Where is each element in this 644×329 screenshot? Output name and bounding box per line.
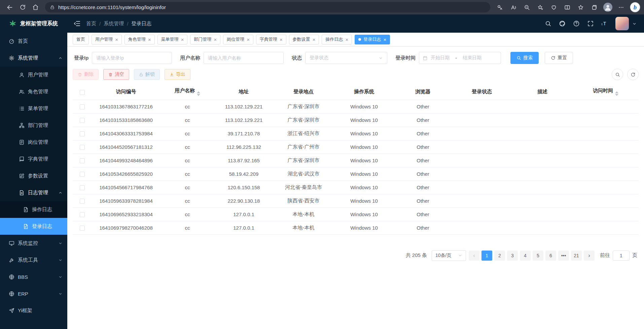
- tab-参数设置[interactable]: 参数设置×: [289, 35, 319, 44]
- row-checkbox[interactable]: [80, 158, 85, 163]
- row-checkbox[interactable]: [80, 104, 85, 109]
- end-date-placeholder[interactable]: 结束日期: [463, 55, 481, 61]
- close-tab-icon[interactable]: ×: [280, 37, 283, 42]
- password-key-icon[interactable]: [494, 2, 506, 13]
- menu-fold-icon[interactable]: [73, 20, 81, 27]
- sidebar-item-yi-framework[interactable]: Yi框架: [0, 302, 67, 319]
- table-row[interactable]: 1641053426655825920cc58.19.42.209湖北省-武汉市…: [73, 167, 639, 180]
- close-tab-icon[interactable]: ×: [313, 37, 316, 42]
- sidebar-item-dept-management[interactable]: 部门管理: [0, 117, 67, 134]
- home-icon[interactable]: [30, 2, 41, 13]
- close-tab-icon[interactable]: ×: [345, 37, 348, 42]
- tab-菜单管理[interactable]: 菜单管理×: [157, 35, 188, 44]
- favorites-bar-icon[interactable]: [575, 2, 586, 13]
- pager-page-6[interactable]: 6: [545, 251, 556, 261]
- favorites-add-icon[interactable]: [535, 2, 546, 13]
- goto-page-input[interactable]: [613, 251, 630, 261]
- sidebar-item-bbs[interactable]: BBS: [0, 268, 67, 285]
- browser-menu-icon[interactable]: [615, 2, 627, 13]
- username-input[interactable]: [204, 52, 284, 64]
- refresh-icon[interactable]: [17, 2, 28, 13]
- row-checkbox[interactable]: [80, 212, 85, 217]
- sidebar-item-system-monitor[interactable]: 系统监控: [0, 235, 67, 252]
- sort-carets-icon[interactable]: [197, 91, 200, 96]
- sidebar-item-home[interactable]: 首页: [0, 33, 67, 50]
- table-row[interactable]: 1641031533185863680cc113.102.129.221广东省-…: [73, 113, 639, 127]
- tab-操作日志[interactable]: 操作日志×: [322, 35, 352, 44]
- pager-more-button[interactable]: •••: [558, 251, 569, 261]
- close-tab-icon[interactable]: ×: [148, 37, 151, 42]
- split-screen-icon[interactable]: [562, 2, 573, 13]
- pager-page-5[interactable]: 5: [533, 251, 543, 261]
- row-checkbox[interactable]: [80, 131, 85, 136]
- delete-button[interactable]: 删除: [73, 69, 99, 80]
- start-date-placeholder[interactable]: 开始日期: [431, 55, 450, 61]
- pager-prev-button[interactable]: ‹: [469, 251, 479, 261]
- chevron-down-icon[interactable]: [632, 22, 637, 26]
- read-aloud-icon[interactable]: [508, 2, 519, 13]
- sort-carets-icon[interactable]: [615, 91, 618, 96]
- row-checkbox[interactable]: [80, 172, 85, 177]
- close-tab-icon[interactable]: ×: [181, 37, 184, 42]
- pager-page-3[interactable]: 3: [507, 251, 518, 261]
- row-checkbox[interactable]: [80, 226, 85, 231]
- sidebar-item-menu-management[interactable]: 菜单管理: [0, 100, 67, 117]
- toggle-search-button[interactable]: [612, 69, 623, 80]
- tab-首页[interactable]: 首页: [73, 35, 89, 44]
- close-tab-icon[interactable]: ×: [115, 37, 118, 42]
- row-checkbox[interactable]: [80, 199, 85, 204]
- search-icon[interactable]: [545, 20, 551, 27]
- table-row[interactable]: 1641059633978281984cc222.90.130.18陕西省-西安…: [73, 194, 639, 207]
- tab-部门管理[interactable]: 部门管理×: [190, 35, 220, 44]
- sidebar-item-dict-management[interactable]: 字典管理: [0, 151, 67, 167]
- search-button[interactable]: 搜索: [510, 52, 539, 64]
- select-all-checkbox[interactable]: [80, 90, 85, 95]
- tab-角色管理[interactable]: 角色管理×: [124, 35, 155, 44]
- browser-profile-avatar[interactable]: [602, 2, 613, 13]
- row-checkbox[interactable]: [80, 118, 85, 123]
- table-row[interactable]: 1641054566717984768cc120.6.150.158河北省-秦皇…: [73, 180, 639, 194]
- sidebar-item-role-management[interactable]: 角色管理: [0, 83, 67, 100]
- login-ip-input[interactable]: [92, 52, 172, 64]
- reset-button[interactable]: 重置: [545, 52, 573, 64]
- table-row[interactable]: 1641069798270046208cc127.0.0.1本地-本机Windo…: [73, 221, 639, 234]
- tab-用户管理[interactable]: 用户管理×: [92, 35, 122, 44]
- sidebar-item-erp[interactable]: ERP: [0, 285, 67, 302]
- zoom-icon[interactable]: [521, 2, 533, 13]
- close-tab-icon[interactable]: ×: [383, 37, 386, 42]
- page-size-select[interactable]: 10条/页: [432, 250, 466, 261]
- url-text[interactable]: https://ccnetcore.com:1101/system/log/lo…: [58, 4, 166, 10]
- pager-page-4[interactable]: 4: [520, 251, 531, 261]
- clear-button[interactable]: 清空: [103, 69, 129, 80]
- user-avatar[interactable]: [615, 17, 629, 30]
- fullscreen-icon[interactable]: [587, 20, 594, 27]
- breadcrumb-item[interactable]: 系统管理: [104, 21, 124, 27]
- tab-岗位管理[interactable]: 岗位管理×: [223, 35, 253, 44]
- breadcrumb-item[interactable]: 首页: [86, 21, 96, 27]
- unlock-button[interactable]: 解锁: [134, 69, 160, 80]
- pager-page-1[interactable]: 1: [481, 251, 492, 261]
- tab-字典管理[interactable]: 字典管理×: [256, 35, 286, 44]
- table-row[interactable]: 1641044993248464896cc113.87.92.165广东省-深圳…: [73, 154, 639, 167]
- export-button[interactable]: 导出: [165, 69, 190, 80]
- status-select[interactable]: 登录状态: [305, 52, 387, 64]
- pager-page-21[interactable]: 21: [571, 251, 582, 261]
- back-icon[interactable]: [4, 2, 15, 13]
- sidebar-item-operation-log[interactable]: 操作日志: [0, 201, 67, 218]
- close-tab-icon[interactable]: ×: [247, 37, 250, 42]
- pager-next-button[interactable]: ›: [584, 251, 595, 261]
- tab-登录日志[interactable]: 登录日志×: [355, 35, 390, 44]
- collections-icon[interactable]: [588, 2, 600, 13]
- sidebar-item-login-log[interactable]: 登录日志: [0, 218, 67, 235]
- sidebar-item-user-management[interactable]: 用户管理: [0, 66, 67, 83]
- bing-chat-icon[interactable]: b: [630, 2, 640, 12]
- browser-essentials-icon[interactable]: [548, 2, 560, 13]
- pager-page-2[interactable]: 2: [494, 251, 505, 261]
- close-tab-icon[interactable]: ×: [214, 37, 217, 42]
- table-row[interactable]: 1641044520567181312cc112.96.225.132广东省-广…: [73, 140, 639, 154]
- table-row[interactable]: 1641043063331753984cc39.171.210.78浙江省-绍兴…: [73, 127, 639, 140]
- select-all-header[interactable]: [73, 84, 92, 100]
- sidebar-item-system-management[interactable]: 系统管理: [0, 50, 67, 66]
- refresh-table-button[interactable]: [627, 69, 639, 80]
- column-header-user[interactable]: 用户名称: [160, 84, 214, 100]
